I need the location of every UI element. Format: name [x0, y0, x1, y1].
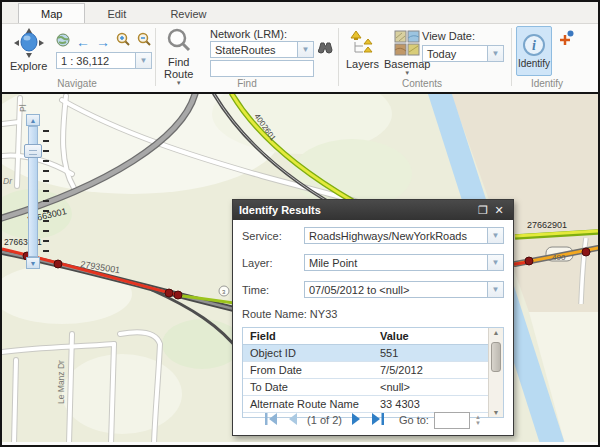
first-page-button[interactable]: [265, 411, 278, 429]
header-field: Field: [243, 328, 373, 344]
street-label-dr: Dr: [3, 176, 13, 186]
next-page-button[interactable]: [351, 411, 362, 429]
table-header-row: Field Value: [243, 328, 488, 345]
header-value: Value: [373, 328, 488, 344]
ribbon: Explore ← → 1 : 36,112 ▼ Navigate: [2, 24, 598, 92]
shield-label: 490: [552, 253, 566, 262]
table-row[interactable]: To Date <null>: [243, 379, 488, 396]
view-date-combobox[interactable]: Today ▼: [422, 45, 504, 62]
layer-combobox[interactable]: Mile Point ▼: [304, 254, 504, 271]
street-label-lemanz: Le Manz Dr: [56, 360, 66, 404]
chevron-down-icon[interactable]: ▼: [135, 53, 151, 68]
pagination-bar: (1 of 2) Go to: ▲▼: [233, 411, 513, 429]
binoculars-icon[interactable]: [318, 41, 334, 59]
attributes-table: Field Value Object ID 551 From Date 7/5/…: [242, 327, 504, 418]
magnifier-icon: [166, 28, 192, 56]
scale-combobox[interactable]: 1 : 36,112 ▼: [56, 52, 152, 69]
app-window: Map Edit Review Explore ←: [0, 0, 600, 447]
group-separator: [338, 28, 339, 86]
table-row[interactable]: Object ID 551: [243, 345, 488, 362]
zoom-slider-up-button[interactable]: ▲: [26, 114, 40, 126]
goto-label: Go to:: [399, 414, 429, 426]
tab-edit[interactable]: Edit: [85, 4, 148, 23]
zoom-slider-down-button[interactable]: ▼: [26, 257, 40, 269]
group-separator: [155, 28, 156, 86]
map-viewport[interactable]: 490 3 27663001 27663101 27935001 2766290…: [2, 92, 598, 442]
explore-compass-icon: [14, 28, 44, 60]
zoom-out-icon[interactable]: [137, 32, 152, 51]
last-page-button[interactable]: [371, 411, 384, 429]
forward-arrow-icon[interactable]: →: [96, 36, 110, 48]
globe-icon[interactable]: [56, 33, 70, 51]
find-route-button[interactable]: Find Route ▼: [164, 28, 193, 86]
chevron-down-icon[interactable]: ▼: [487, 282, 503, 297]
goto-page-input[interactable]: [434, 412, 470, 429]
tab-map[interactable]: Map: [18, 3, 85, 23]
service-label: Service:: [242, 230, 304, 242]
zoom-in-icon[interactable]: [116, 32, 131, 51]
chevron-down-icon: ▼: [404, 70, 410, 76]
time-label: Time:: [242, 284, 304, 296]
zoom-slider-thumb[interactable]: [24, 144, 42, 158]
service-combobox[interactable]: RoadsHighways/NewYorkRoads ▼: [304, 227, 504, 244]
map-zoom-slider[interactable]: ▲ ▼: [26, 114, 40, 269]
table-row[interactable]: From Date 7/5/2012: [243, 362, 488, 379]
identify-route-icon[interactable]: [558, 30, 574, 50]
back-arrow-icon[interactable]: ←: [76, 36, 90, 48]
dialog-titlebar[interactable]: Identify Results ❐ ✕: [233, 200, 513, 220]
layers-button[interactable]: Layers: [346, 30, 379, 70]
explore-button[interactable]: Explore: [10, 28, 47, 72]
chevron-down-icon: ▼: [176, 80, 182, 86]
scrollbar-thumb[interactable]: [491, 342, 501, 372]
time-combobox[interactable]: 07/05/2012 to <null> ▼: [304, 281, 504, 298]
group-label-navigate: Navigate: [22, 78, 132, 89]
group-label-find: Find: [192, 78, 302, 89]
service-row: Service: RoadsHighways/NewYorkRoads ▼: [242, 227, 504, 244]
marker-3: 3: [219, 286, 229, 296]
street-label-pl: Pl: [18, 104, 28, 112]
identify-button[interactable]: i Identify: [516, 26, 552, 76]
route-name-text: Route Name: NY33: [242, 308, 504, 320]
navigate-toolbar: ← →: [56, 32, 152, 51]
layer-row: Layer: Mile Point ▼: [242, 254, 504, 271]
page-indicator: (1 of 2): [307, 414, 342, 426]
network-lrm-label: Network (LRM):: [210, 28, 287, 40]
chevron-down-icon[interactable]: ▼: [487, 228, 503, 243]
ribbon-tabstrip: Map Edit Review: [2, 2, 598, 24]
view-date-label: View Date:: [422, 30, 475, 42]
scroll-up-icon[interactable]: ▲: [489, 329, 503, 336]
tab-review[interactable]: Review: [148, 4, 228, 23]
route-input[interactable]: [210, 60, 314, 77]
network-combobox[interactable]: StateRoutes ▼: [210, 41, 314, 58]
goto-spinner[interactable]: ▲▼: [475, 414, 481, 426]
group-label-identify: Identify: [502, 78, 592, 89]
table-scrollbar[interactable]: ▲ ▼: [488, 328, 503, 417]
spinner-down-icon: ▼: [475, 420, 481, 426]
basemap-tiles-icon: [394, 30, 420, 58]
layer-label: Layer:: [242, 257, 304, 269]
time-row: Time: 07/05/2012 to <null> ▼: [242, 281, 504, 298]
info-circle-icon: i: [523, 34, 545, 56]
chevron-down-icon[interactable]: ▼: [297, 42, 313, 57]
previous-page-button[interactable]: [287, 411, 298, 429]
identify-results-dialog: Identify Results ❐ ✕ Service: RoadsHighw…: [232, 199, 514, 436]
group-label-contents: Contents: [367, 78, 477, 89]
layers-tree-icon: [349, 30, 377, 58]
route-label-27662901: 27662901: [527, 220, 567, 230]
maximize-icon[interactable]: ❐: [475, 204, 491, 217]
close-icon[interactable]: ✕: [491, 204, 507, 217]
chevron-down-icon[interactable]: ▼: [487, 46, 503, 61]
chevron-down-icon[interactable]: ▼: [487, 255, 503, 270]
dialog-title: Identify Results: [239, 204, 321, 216]
